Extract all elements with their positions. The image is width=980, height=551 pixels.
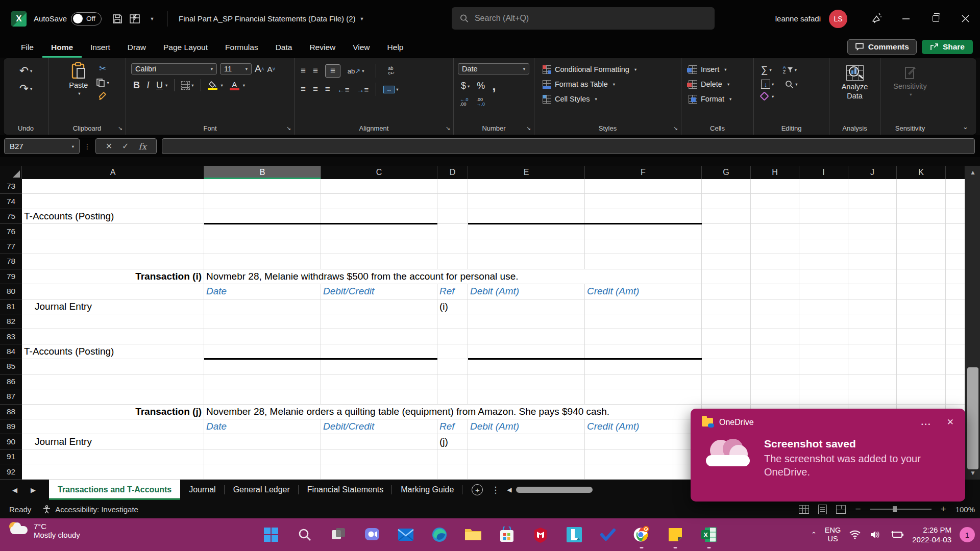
cell-D87[interactable] xyxy=(437,389,468,404)
cell-B79-description[interactable]: Novmebr 28, Melanie withdraws $500 from … xyxy=(204,269,702,284)
cell-H86[interactable] xyxy=(751,374,799,389)
share-button[interactable]: Share xyxy=(922,40,973,54)
font-family-select[interactable]: Calibri▾ xyxy=(131,63,217,74)
speaker-icon[interactable] xyxy=(869,530,881,540)
cell-B78[interactable] xyxy=(204,254,321,269)
column-header-C[interactable]: C xyxy=(321,166,437,179)
zoom-level[interactable]: 100% xyxy=(955,505,975,514)
cell-F91[interactable] xyxy=(585,449,702,464)
cell-J82[interactable] xyxy=(848,314,897,329)
cell-G81[interactable] xyxy=(702,299,751,314)
cell-B90[interactable] xyxy=(204,434,321,449)
cell-E86[interactable] xyxy=(468,374,585,389)
taskbar-task-view-icon[interactable] xyxy=(328,524,349,545)
cell-G85[interactable] xyxy=(702,359,751,374)
accounting-format-button[interactable]: $▾ xyxy=(461,81,470,91)
taskbar-todo-icon[interactable] xyxy=(598,524,618,545)
redo-button[interactable]: ↷▾ xyxy=(19,82,33,95)
language-indicator[interactable]: ENG US xyxy=(825,526,841,543)
cell-K77[interactable] xyxy=(897,239,946,254)
clock[interactable]: 2:26 PM 2022-04-03 xyxy=(912,525,951,545)
formula-input[interactable] xyxy=(162,138,975,154)
copy-button[interactable]: ▾ xyxy=(96,78,109,87)
cell-H84[interactable] xyxy=(751,344,799,359)
autosave-control[interactable]: AutoSave Off xyxy=(34,12,102,26)
cell-C89[interactable]: Debit/Credit xyxy=(321,419,437,434)
cell-J80[interactable] xyxy=(848,284,897,299)
comma-style-button[interactable]: , xyxy=(492,78,496,94)
insert-cells-button[interactable]: Insert▾ xyxy=(687,63,729,76)
bottom-align-button[interactable]: ≡ xyxy=(325,64,340,78)
cell-partial-82[interactable] xyxy=(946,314,965,329)
cell-A77[interactable] xyxy=(22,239,204,254)
search-bar[interactable] xyxy=(452,7,715,30)
hscroll-left-arrow-icon[interactable]: ◀ xyxy=(507,486,511,493)
cell-B75[interactable] xyxy=(204,209,321,224)
cell-I87[interactable] xyxy=(799,389,848,404)
column-header-E[interactable]: E xyxy=(468,166,585,179)
column-header-G[interactable]: G xyxy=(702,166,751,179)
row-header-89[interactable]: 89 xyxy=(0,419,22,434)
cell-partial-79[interactable] xyxy=(946,269,965,284)
cell-G86[interactable] xyxy=(702,374,751,389)
cell-partial-84[interactable] xyxy=(946,344,965,359)
accessibility-status[interactable]: Accessibility: Investigate xyxy=(42,505,138,514)
cell-D81[interactable]: (i) xyxy=(437,299,468,314)
cell-styles-button[interactable]: Cell Styles▾ xyxy=(541,93,599,105)
column-header-I[interactable]: I xyxy=(799,166,848,179)
normal-view-button[interactable] xyxy=(799,505,809,514)
ribbon-tab-file[interactable]: File xyxy=(12,37,42,58)
cell-J87[interactable] xyxy=(848,389,897,404)
cell-K81[interactable] xyxy=(897,299,946,314)
sheet-options-icon[interactable]: ⋮ xyxy=(491,485,500,495)
cell-K86[interactable] xyxy=(897,374,946,389)
format-as-table-button[interactable]: Format as Table▾ xyxy=(541,78,617,90)
cell-H78[interactable] xyxy=(751,254,799,269)
cell-I74[interactable] xyxy=(799,194,848,209)
row-header-85[interactable]: 85 xyxy=(0,359,22,374)
cell-partial-78[interactable] xyxy=(946,254,965,269)
cell-C85[interactable] xyxy=(321,359,437,374)
row-header-84[interactable]: 84 xyxy=(0,344,22,359)
row-header-88[interactable]: 88 xyxy=(0,405,22,419)
taskbar-excel-icon[interactable]: X xyxy=(699,524,719,545)
autosave-toggle[interactable]: Off xyxy=(71,12,102,26)
cell-D92[interactable] xyxy=(437,464,468,479)
cell-G78[interactable] xyxy=(702,254,751,269)
column-header-B[interactable]: B xyxy=(204,166,321,179)
cell-partial-74[interactable] xyxy=(946,194,965,209)
cell-E78[interactable] xyxy=(468,254,585,269)
cell-A78[interactable] xyxy=(22,254,204,269)
number-format-select[interactable]: Date▾ xyxy=(458,63,529,74)
paste-button[interactable]: Paste ▾ xyxy=(65,61,92,97)
wifi-icon[interactable] xyxy=(849,530,861,540)
cell-E83[interactable] xyxy=(468,329,585,344)
cell-C82[interactable] xyxy=(321,314,437,329)
cell-G82[interactable] xyxy=(702,314,751,329)
cell-I86[interactable] xyxy=(799,374,848,389)
cell-F78[interactable] xyxy=(585,254,702,269)
taskbar-mcafee-icon[interactable] xyxy=(530,524,551,545)
cell-K83[interactable] xyxy=(897,329,946,344)
fill-color-button[interactable] xyxy=(208,81,217,90)
cell-H79[interactable] xyxy=(751,269,799,284)
middle-align-button[interactable]: ≡ xyxy=(313,66,318,76)
ribbon-tab-help[interactable]: Help xyxy=(379,37,412,58)
zoom-out-button[interactable]: − xyxy=(855,504,861,515)
cell-B82[interactable] xyxy=(204,314,321,329)
cell-K75[interactable] xyxy=(897,209,946,224)
cell-J77[interactable] xyxy=(848,239,897,254)
cell-E75[interactable] xyxy=(468,209,585,224)
cell-C80[interactable]: Debit/Credit xyxy=(321,284,437,299)
cell-C92[interactable] xyxy=(321,464,437,479)
cell-partial-76[interactable] xyxy=(946,224,965,239)
column-header-D[interactable]: D xyxy=(437,166,468,179)
enter-button[interactable]: ✓ xyxy=(122,141,129,151)
cell-C86[interactable] xyxy=(321,374,437,389)
new-sheet-button[interactable]: + xyxy=(472,484,483,495)
column-header-J[interactable]: J xyxy=(848,166,897,179)
clipboard-dialog-launcher[interactable]: ↘ xyxy=(118,125,122,132)
customize-quick-access-chevron[interactable]: ▼ xyxy=(143,10,161,28)
cell-G73[interactable] xyxy=(702,179,751,194)
cell-A80[interactable] xyxy=(22,284,204,299)
